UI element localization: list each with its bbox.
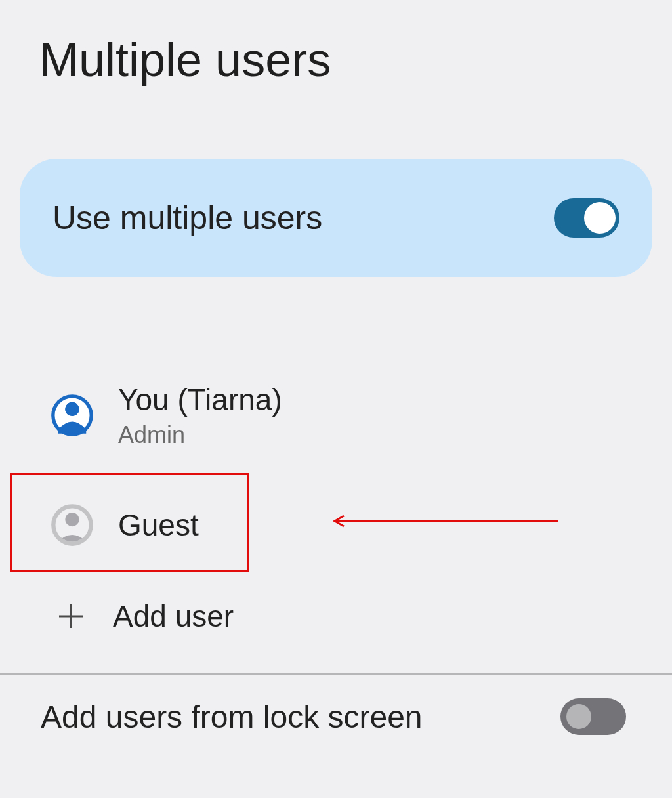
user-row-current[interactable]: You (Tiarna) Admin xyxy=(0,362,672,469)
use-multiple-users-toggle[interactable] xyxy=(554,198,620,238)
add-users-lock-screen-label: Add users from lock screen xyxy=(41,699,423,735)
use-multiple-users-label: Use multiple users xyxy=(52,199,322,237)
avatar-icon xyxy=(50,393,94,438)
svg-point-9 xyxy=(65,513,79,526)
svg-point-5 xyxy=(65,402,79,416)
guest-avatar-icon xyxy=(50,503,94,547)
add-user-row[interactable]: Add user xyxy=(0,581,672,660)
user-current-role: Admin xyxy=(118,421,282,449)
plus-icon xyxy=(55,600,87,632)
add-users-lock-screen-toggle[interactable] xyxy=(560,698,626,735)
use-multiple-users-card[interactable]: Use multiple users xyxy=(20,159,652,277)
user-current-name: You (Tiarna) xyxy=(118,382,282,417)
page-title: Multiple users xyxy=(0,0,672,87)
user-list: You (Tiarna) Admin Guest Add user xyxy=(0,362,672,660)
add-user-label: Add user xyxy=(113,598,234,634)
user-row-guest[interactable]: Guest xyxy=(0,469,672,581)
add-users-lock-screen-row[interactable]: Add users from lock screen xyxy=(0,675,672,735)
user-guest-name: Guest xyxy=(118,507,199,543)
